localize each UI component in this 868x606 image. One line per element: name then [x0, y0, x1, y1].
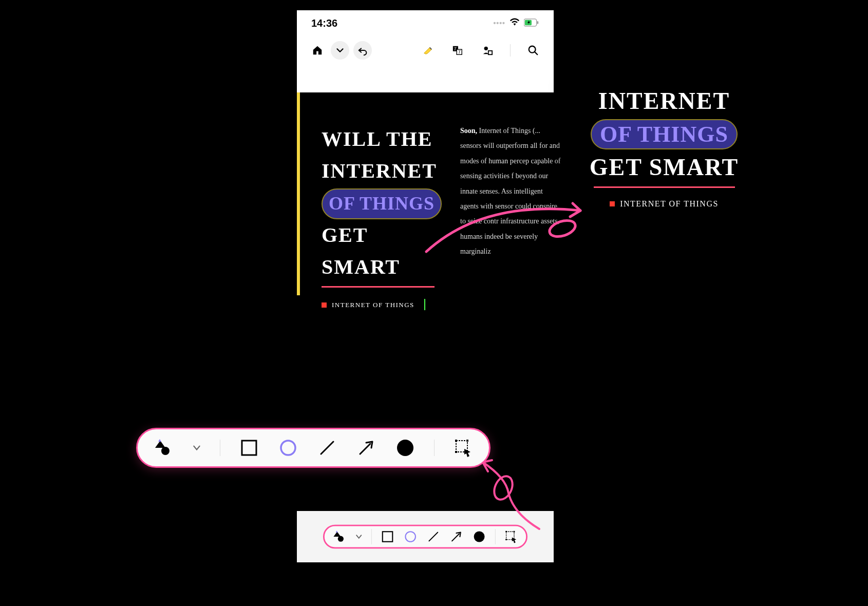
shapes-menu-button-large[interactable]	[153, 438, 174, 458]
svg-rect-23	[505, 539, 507, 540]
battery-icon	[524, 17, 539, 29]
line-tool[interactable]	[426, 529, 441, 544]
svg-point-27	[281, 441, 295, 455]
underline-decoration	[322, 286, 435, 288]
zoom-line3: GET SMART	[590, 152, 739, 183]
document-content: WILL THE INTERNET OF THINGS GET SMART IN…	[322, 123, 554, 309]
svg-rect-9	[489, 51, 492, 54]
body-text: Soon, Internet of Things (... sensors wi…	[460, 123, 563, 259]
svg-rect-34	[455, 451, 457, 453]
arrow-tool[interactable]	[449, 529, 464, 544]
shape-bar-separator-2	[495, 529, 496, 544]
category-label: INTERNET OF THINGS	[332, 301, 414, 309]
category-marker-icon	[322, 302, 327, 308]
svg-line-11	[535, 51, 538, 54]
selection-tool[interactable]	[504, 529, 518, 544]
headline-pill: OF THINGS	[322, 188, 442, 219]
text-style-button[interactable]: TT	[448, 41, 467, 60]
shapes-chevron-icon[interactable]	[355, 529, 363, 544]
zoom-category-label: INTERNET OF THINGS	[620, 199, 719, 209]
home-button[interactable]	[308, 41, 327, 60]
svg-point-16	[405, 532, 416, 542]
square-tool[interactable]	[381, 529, 395, 544]
wifi-icon	[510, 17, 520, 29]
fill-tool-large[interactable]	[395, 438, 416, 458]
zoom-line1: INTERNET	[598, 85, 730, 117]
page-headline: WILL THE INTERNET OF THINGS GET SMART	[322, 123, 445, 283]
svg-marker-24	[155, 441, 165, 448]
zoom-underline-decoration	[594, 186, 735, 188]
body-paragraph: Internet of Things (... sensors will out…	[460, 127, 561, 255]
svg-point-13	[338, 536, 344, 542]
zoom-category-marker-icon	[610, 201, 615, 206]
app-toolbar: TT	[297, 36, 554, 64]
svg-line-18	[452, 534, 459, 541]
circle-tool[interactable]	[403, 529, 418, 544]
shape-bar-separator	[371, 529, 372, 544]
shapes-menu-button[interactable]	[332, 529, 347, 544]
toolbar-right: TT	[419, 41, 542, 60]
dropdown-button[interactable]	[331, 41, 349, 60]
svg-rect-32	[455, 440, 457, 442]
headline-line2: INTERNET	[322, 159, 437, 182]
shape-bar-small	[323, 525, 527, 549]
status-bar: 14:36 ••••	[297, 10, 554, 36]
svg-point-19	[474, 532, 485, 542]
zoom-category-row: INTERNET OF THINGS	[610, 199, 719, 209]
selection-tool-large[interactable]	[453, 438, 474, 458]
highlighter-button[interactable]	[419, 41, 437, 60]
insert-image-button[interactable]	[478, 41, 497, 60]
signal-dots-icon: ••••	[493, 19, 505, 27]
undo-button[interactable]	[353, 41, 372, 60]
zoom-preview-card: INTERNET OF THINGS GET SMART INTERNET OF…	[565, 78, 763, 231]
svg-marker-12	[333, 532, 341, 537]
svg-line-29	[360, 444, 370, 454]
square-tool-large[interactable]	[239, 438, 259, 458]
search-button[interactable]	[524, 41, 542, 60]
svg-rect-21	[505, 531, 507, 533]
svg-line-28	[321, 442, 333, 454]
status-time: 14:36	[311, 17, 337, 29]
svg-rect-26	[242, 441, 256, 455]
svg-line-17	[429, 533, 438, 541]
circle-tool-large[interactable]	[278, 438, 298, 458]
status-right: ••••	[493, 17, 539, 29]
body-lead: Soon,	[460, 127, 477, 135]
svg-point-25	[161, 447, 169, 455]
text-cursor-icon	[424, 299, 425, 310]
toolbar-separator	[510, 44, 511, 56]
category-row: INTERNET OF THINGS	[322, 301, 554, 309]
shape-bar-separator-large	[220, 440, 220, 456]
svg-point-7	[484, 46, 488, 50]
shape-bar-large	[136, 428, 490, 468]
svg-rect-33	[466, 440, 468, 442]
svg-rect-15	[383, 532, 393, 542]
headline-line4: GET SMART	[322, 223, 400, 278]
svg-point-30	[397, 440, 413, 456]
fill-tool[interactable]	[472, 529, 486, 544]
margin-highlight	[297, 92, 300, 295]
bottom-toolbar	[297, 511, 554, 562]
zoom-pill: OF THINGS	[591, 119, 738, 149]
phone-frame: 14:36 ••••	[297, 10, 554, 562]
svg-rect-22	[514, 531, 515, 533]
svg-rect-1	[537, 21, 539, 24]
line-tool-large[interactable]	[317, 438, 337, 458]
toolbar-left	[308, 41, 372, 60]
shapes-chevron-icon-large[interactable]	[192, 438, 201, 458]
shape-bar-separator-large-2	[434, 440, 435, 456]
headline-line1: WILL THE	[322, 127, 432, 150]
arrow-tool-large[interactable]	[356, 438, 376, 458]
